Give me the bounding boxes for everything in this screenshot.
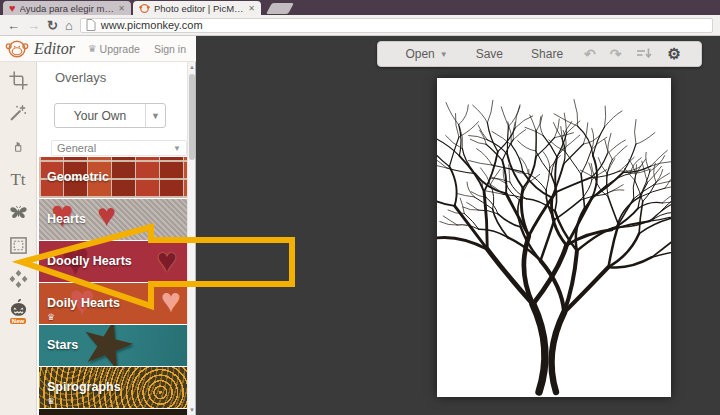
sidebar-tool-touchup[interactable]: [5, 135, 31, 157]
tabs-container: ♥Ayuda para elegir mi árb...✕Photo edito…: [3, 1, 261, 15]
page-icon: [86, 19, 96, 31]
resize-icon[interactable]: [629, 47, 659, 62]
browser-tab[interactable]: Photo editor | PicMonkey✕: [133, 1, 261, 15]
browser-tab[interactable]: ♥Ayuda para elegir mi árb...✕: [3, 1, 131, 15]
app-header: Editor ♛Upgrade Sign in: [0, 36, 196, 62]
crop-icon: [9, 71, 28, 90]
sidebar-tool-texture[interactable]: [5, 267, 31, 289]
sidebar-tool-wand[interactable]: [5, 102, 31, 124]
chevron-down-icon[interactable]: ▼: [145, 104, 165, 127]
sidebar-tool-pumpkin[interactable]: New: [5, 300, 31, 322]
sidebar-tool-text[interactable]: Tt: [5, 168, 31, 190]
tab-title: Ayuda para elegir mi árb...: [20, 3, 115, 14]
canvas-workspace: Open▼ Save Share ↶ ↷ ⚙: [196, 36, 720, 415]
tool-sidebar: TtNew: [0, 62, 37, 415]
url-text: www.picmonkey.com: [101, 19, 203, 31]
open-button[interactable]: Open▼: [391, 47, 461, 61]
overlay-category-doodly-hearts[interactable]: Doodly Hearts: [39, 241, 187, 282]
sidebar-tool-crop[interactable]: [5, 69, 31, 91]
premium-crown-icon: ♛: [47, 396, 55, 406]
panel-title: Overlays: [55, 70, 195, 85]
home-icon[interactable]: ⌂: [65, 19, 73, 32]
category-label: Doodly Hearts: [47, 253, 132, 267]
overlays-panel: Overlays Your Own ▼ General ▼ GeometricH…: [37, 62, 196, 415]
new-tab-button[interactable]: [266, 3, 294, 14]
crown-icon: ♛: [88, 43, 97, 54]
category-label: Stars: [47, 337, 78, 351]
new-badge: New: [10, 318, 26, 324]
settings-gear-icon[interactable]: ⚙: [659, 47, 688, 61]
category-label: Doily Hearts: [47, 295, 120, 309]
frame-icon: [9, 236, 28, 255]
tab-close-icon[interactable]: ✕: [248, 4, 255, 13]
tab-strip: ♥Ayuda para elegir mi árb...✕Photo edito…: [0, 0, 720, 15]
canvas-page[interactable]: [437, 78, 671, 397]
reload-icon[interactable]: ↻: [47, 19, 58, 32]
upgrade-button[interactable]: ♛Upgrade: [88, 43, 140, 55]
overlay-category-stars[interactable]: Stars: [39, 325, 187, 366]
redo-icon[interactable]: ↷: [603, 47, 629, 61]
overlay-category-doily-hearts[interactable]: Doily Hearts♛: [39, 283, 187, 324]
tree-image: [437, 78, 671, 397]
chevron-down-icon: ▼: [440, 50, 448, 59]
monkey-favicon: [139, 3, 150, 14]
text-icon: Tt: [10, 171, 25, 188]
scrollbar-thumb[interactable]: [189, 74, 195, 160]
overlay-category-hearts[interactable]: Hearts: [39, 199, 187, 240]
sidebar-tool-butterfly[interactable]: [5, 201, 31, 223]
share-button[interactable]: Share: [517, 47, 577, 61]
premium-crown-icon: ♛: [47, 312, 55, 322]
tab-title: Photo editor | PicMonkey: [154, 3, 244, 14]
touchup-icon: [11, 137, 25, 155]
tab-close-icon[interactable]: ✕: [118, 4, 125, 13]
collection-select[interactable]: General ▼: [51, 140, 187, 156]
category-label: Geometric: [47, 169, 109, 183]
editor-brand-title: Editor: [34, 40, 75, 58]
overlay-category-list: GeometricHeartsDoodly HeartsDoily Hearts…: [39, 157, 187, 415]
forward-icon[interactable]: →: [27, 19, 40, 32]
save-button[interactable]: Save: [462, 47, 517, 61]
overlay-category-geometric[interactable]: Geometric: [39, 157, 187, 198]
sign-in-button[interactable]: Sign in: [154, 43, 186, 55]
wand-icon: [9, 104, 27, 122]
editor-toolbar: Open▼ Save Share ↶ ↷ ⚙: [377, 41, 702, 67]
chevron-down-icon: ▼: [173, 144, 181, 153]
url-box[interactable]: www.picmonkey.com: [80, 18, 713, 33]
scroll-down-icon[interactable]: ▼: [188, 407, 196, 413]
picmonkey-editor-screenshot: ♥Ayuda para elegir mi árb...✕Photo edito…: [0, 0, 720, 415]
heart-favicon: ♥: [9, 3, 16, 13]
overlay-category-spirographs[interactable]: Spirographs♛: [39, 367, 187, 408]
back-icon[interactable]: ←: [7, 19, 20, 32]
category-label: Hearts: [47, 211, 86, 225]
category-label: Spirographs: [47, 379, 121, 393]
picmonkey-logo: [5, 37, 29, 61]
sidebar-tool-frame[interactable]: [5, 234, 31, 256]
undo-icon[interactable]: ↶: [577, 47, 603, 61]
overlay-category-buttons[interactable]: [39, 409, 187, 415]
butterfly-icon: [8, 203, 29, 222]
pumpkin-icon: [9, 299, 28, 317]
texture-icon: [9, 269, 28, 288]
address-bar: ← → ↻ ⌂ www.picmonkey.com: [0, 15, 720, 36]
your-own-button[interactable]: Your Own ▼: [54, 103, 166, 128]
scroll-up-icon[interactable]: ▲: [188, 64, 196, 70]
panel-scrollbar[interactable]: ▲ ▼: [187, 62, 195, 415]
